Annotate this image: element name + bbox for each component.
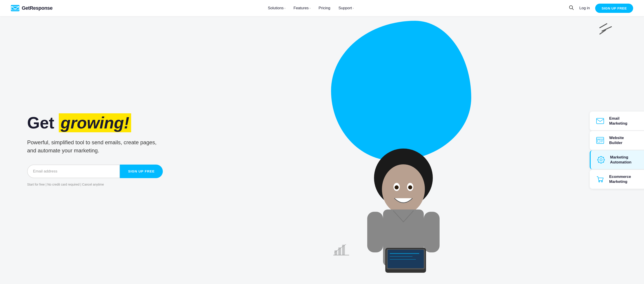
svg-point-13 <box>408 185 412 189</box>
decoration-lines <box>599 23 612 35</box>
svg-point-40 <box>599 181 600 182</box>
fine-print: Start for free | No credit card required… <box>27 183 322 186</box>
svg-point-41 <box>602 181 602 182</box>
signup-button-hero[interactable]: SIGN UP FREE <box>120 164 163 178</box>
nav-item-features[interactable]: Features › <box>294 6 310 10</box>
hero-headline: Get growing! <box>27 114 322 132</box>
automation-icon <box>596 155 606 164</box>
login-link[interactable]: Log in <box>579 6 590 10</box>
nav-item-pricing[interactable]: Pricing <box>318 6 330 10</box>
email-icon <box>596 117 605 126</box>
svg-point-12 <box>394 185 399 189</box>
svg-rect-15 <box>367 212 383 252</box>
website-icon <box>596 136 605 145</box>
feature-card-ecommerce-marketing[interactable]: EcommerceMarketing › <box>590 170 644 189</box>
svg-line-3 <box>572 8 574 10</box>
email-marketing-title: EmailMarketing <box>609 116 643 126</box>
svg-rect-26 <box>598 140 600 142</box>
chevron-icon: › <box>353 7 354 9</box>
svg-rect-0 <box>11 5 20 11</box>
logo-text: GetResponse <box>22 5 52 11</box>
email-marketing-text: EmailMarketing <box>609 116 643 126</box>
hero-right: EmailMarketing › Website <box>322 16 644 284</box>
marketing-automation-icon <box>596 154 606 165</box>
ecommerce-marketing-text: EcommerceMarketing <box>609 174 643 184</box>
website-builder-text: WebsiteBuilder <box>609 136 643 145</box>
chart-icon <box>333 243 349 256</box>
signup-form: SIGN UP FREE <box>27 164 163 178</box>
email-input[interactable] <box>27 164 120 178</box>
ecommerce-marketing-title: EcommerceMarketing <box>609 174 643 184</box>
nav-item-solutions[interactable]: Solutions › <box>268 6 285 10</box>
svg-point-31 <box>600 159 602 161</box>
chevron-icon: › <box>284 7 285 9</box>
logo[interactable]: GetResponse <box>11 5 52 11</box>
nav-links: Solutions › Features › Pricing Support › <box>268 6 354 10</box>
navbar: GetResponse Solutions › Features › Prici… <box>0 0 644 16</box>
headline-highlight: growing! <box>59 113 131 132</box>
feature-card-email-marketing[interactable]: EmailMarketing › <box>590 112 644 131</box>
ecommerce-marketing-icon <box>595 174 606 185</box>
search-icon <box>569 5 574 10</box>
svg-rect-16 <box>424 212 440 252</box>
nav-item-support[interactable]: Support › <box>338 6 354 10</box>
logo-icon <box>11 5 20 11</box>
signup-button-nav[interactable]: SIGN UP FREE <box>595 3 633 13</box>
person-illustration <box>349 137 458 284</box>
website-builder-icon <box>595 135 606 146</box>
hero-person <box>326 131 480 284</box>
hero-subtext: Powerful, simplified tool to send emails… <box>27 139 158 155</box>
nav-right: Log in SIGN UP FREE <box>569 3 633 13</box>
feature-card-marketing-automation[interactable]: MarketingAutomation › <box>590 150 644 169</box>
svg-rect-19 <box>388 250 424 268</box>
feature-cards: EmailMarketing › Website <box>590 112 644 189</box>
deco-line-2 <box>601 26 612 32</box>
svg-rect-23 <box>596 118 604 124</box>
website-builder-title: WebsiteBuilder <box>609 136 643 145</box>
marketing-automation-title: MarketingAutomation <box>610 155 643 165</box>
hero-left: Get growing! Powerful, simplified tool t… <box>0 16 322 284</box>
email-marketing-icon <box>595 116 606 127</box>
chevron-icon: › <box>310 7 310 9</box>
marketing-automation-text: MarketingAutomation <box>610 155 643 165</box>
ecommerce-icon <box>596 175 605 184</box>
chart-decoration <box>333 243 349 257</box>
feature-card-website-builder[interactable]: WebsiteBuilder › <box>590 131 644 150</box>
deco-line-1 <box>599 23 608 28</box>
search-button[interactable] <box>569 5 574 11</box>
svg-point-9 <box>382 164 425 214</box>
hero-section: Get growing! Powerful, simplified tool t… <box>0 16 644 284</box>
